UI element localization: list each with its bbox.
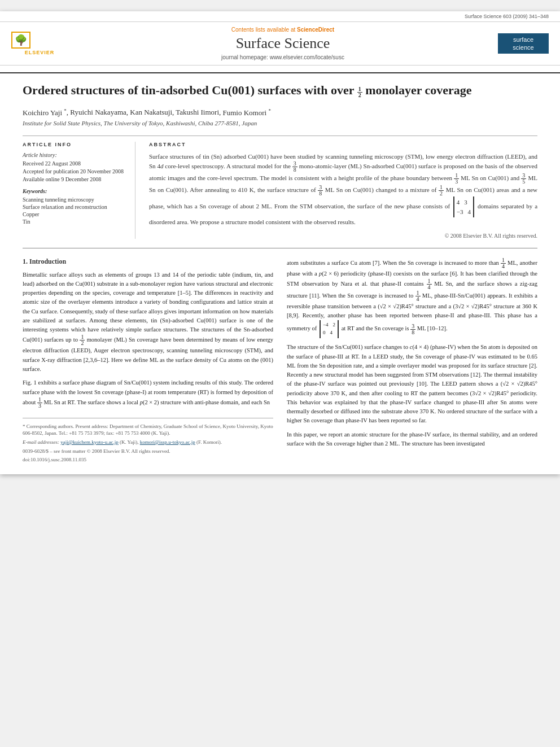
header-content: 🌳 ELSEVIER Contents lists available at S… xyxy=(0,21,560,65)
abstract-label: ABSTRACT xyxy=(149,142,537,147)
available-date: Available online 9 December 2008 xyxy=(23,176,126,182)
elsevier-text: ELSEVIER xyxy=(11,50,68,55)
sciencedirect-line: Contents lists available at ScienceDirec… xyxy=(68,27,498,33)
body-section: 1. Introduction Bimetallic surface alloy… xyxy=(23,257,537,465)
footnote-email: E-mail addresses: yaji@kuichem.kyoto-u.a… xyxy=(23,439,273,446)
citation-text: Surface Science 603 (2009) 341–348 xyxy=(465,14,549,19)
email1-link[interactable]: yaji@kuichem.kyoto-u.ac.jp xyxy=(60,439,119,445)
author5: Fumio Komori * xyxy=(223,108,271,117)
body-left-column: 1. Introduction Bimetallic surface alloy… xyxy=(23,257,273,465)
article-info-label: ARTICLE INFO xyxy=(23,142,126,147)
article-info-column: ARTICLE INFO Article history: Received 2… xyxy=(23,142,135,239)
author4: Takushi Iimori xyxy=(176,108,219,117)
section-divider xyxy=(23,248,537,248)
received-date: Received 22 August 2008 xyxy=(23,160,126,167)
author2: Ryuichi Nakayama xyxy=(70,108,126,117)
header-center: Contents lists available at ScienceDirec… xyxy=(68,27,498,60)
footnote-issn: 0039-6028/$ – see front matter © 2008 El… xyxy=(23,448,273,455)
journal-title: Surface Science xyxy=(68,35,498,52)
ss-logo-line1: surface xyxy=(501,36,545,43)
journal-logo-right: surface science xyxy=(498,33,549,54)
intro-heading: 1. Introduction xyxy=(23,257,273,266)
divider-1 xyxy=(23,136,537,136)
keyword-2: Surface relaxation and reconstruction xyxy=(23,204,126,210)
paper-title: Ordered structures of tin-adsorbed Cu(00… xyxy=(23,82,537,99)
lowest-text: lowest xyxy=(77,389,93,395)
footnote-doi: doi:10.1016/j.susc.2008.11.035 xyxy=(23,456,273,464)
page: Surface Science 603 (2009) 341–348 🌳 ELS… xyxy=(0,11,560,474)
journal-homepage: journal homepage: www.elsevier.com/locat… xyxy=(68,54,498,60)
author3: Kan Nakatsuji xyxy=(130,108,172,117)
keyword-1: Scanning tunneling microscopy xyxy=(23,196,126,203)
ss-logo-line2: science xyxy=(501,43,545,51)
journal-header: Surface Science 603 (2009) 341–348 🌳 ELS… xyxy=(0,11,560,73)
authors: Koichiro Yaji *, Ryuichi Nakayama, Kan N… xyxy=(23,107,537,117)
author1: Koichiro Yaji * xyxy=(23,108,67,117)
right-paragraph1: atom substitutes a surface Cu atom [7]. … xyxy=(287,257,537,339)
abstract-text: Surface structures of tin (Sn) adsorbed … xyxy=(149,152,537,227)
elsevier-logo-box: 🌳 xyxy=(11,32,30,49)
intro-paragraph2: Fig. 1 exhibits a surface phase diagram … xyxy=(23,378,273,409)
sciencedirect-link-text[interactable]: ScienceDirect xyxy=(297,27,334,33)
article-abstract-section: ARTICLE INFO Article history: Received 2… xyxy=(23,142,537,239)
email2-link[interactable]: komori@issp.u-tokyo.ac.jp xyxy=(140,439,195,445)
keywords-label: Keywords: xyxy=(23,188,126,194)
intro-paragraph1: Bimetallic surface alloys such as elemen… xyxy=(23,270,273,374)
footnote-section: * Corresponding authors. Present address… xyxy=(23,418,273,464)
right-paragraph3: In this paper, we report an atomic struc… xyxy=(287,430,537,449)
keyword-3: Copper xyxy=(23,211,126,217)
history-label: Article history: xyxy=(23,152,126,158)
right-paragraph2: The structure of the Sn/Cu(001) surface … xyxy=(287,343,537,425)
abstract-column: ABSTRACT Surface structures of tin (Sn) … xyxy=(149,142,537,239)
body-right-column: atom substitutes a surface Cu atom [7]. … xyxy=(287,257,537,465)
ss-logo: surface science xyxy=(498,33,549,54)
citation-bar: Surface Science 603 (2009) 341–348 xyxy=(0,11,560,19)
paper-content: Ordered structures of tin-adsorbed Cu(00… xyxy=(0,73,560,474)
elsevier-logo: 🌳 ELSEVIER xyxy=(11,32,68,55)
affiliation: Institute for Solid State Physics, The U… xyxy=(23,120,537,126)
copyright: © 2008 Elsevier B.V. All rights reserved… xyxy=(149,233,537,239)
accepted-date: Accepted for publication 20 November 200… xyxy=(23,168,126,174)
footnote-corresponding: * Corresponding authors. Present address… xyxy=(23,423,273,437)
keyword-4: Tin xyxy=(23,219,126,225)
